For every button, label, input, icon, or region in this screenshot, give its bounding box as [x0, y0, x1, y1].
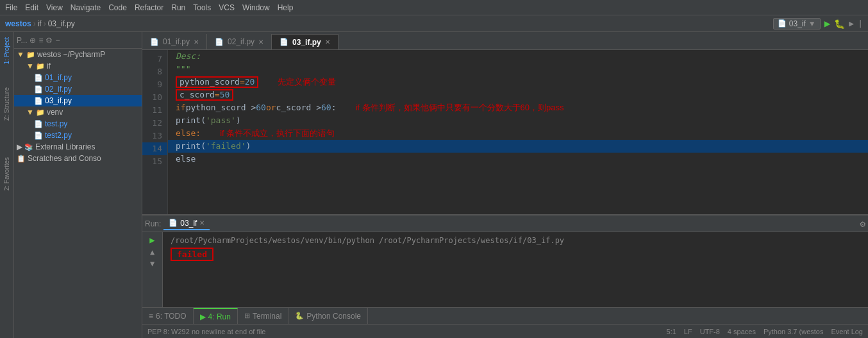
pep-warning: PEP 8: W292 no newline at end of file [147, 328, 265, 335]
menu-tools[interactable]: Tools [193, 3, 211, 12]
breadcrumb-file[interactable]: 03_if.py [48, 19, 75, 28]
run-tab-close[interactable]: ✕ [199, 219, 204, 226]
tree-item-if[interactable]: ▼ 📁 if [14, 60, 142, 72]
tab-close-02if[interactable]: ✕ [258, 38, 263, 46]
run-tab-03if[interactable]: 📄 03_if ✕ [163, 217, 210, 230]
menu-refactor[interactable]: Refactor [135, 3, 163, 12]
menu-vcs[interactable]: VCS [219, 3, 235, 12]
coverage-button[interactable]: ▶ [849, 19, 854, 28]
sidebar-tabs: 1: Project Z: Structure 2: Favorites [0, 32, 14, 338]
bottom-tab-run[interactable]: ▶ 4: Run [194, 308, 238, 325]
line-numbers: 7 8 9 10 11 12 13 14 15 [142, 50, 168, 214]
run-config-selector[interactable]: 📄 03_if ▼ [773, 18, 821, 30]
code-line-12: print( 'pass' ) [168, 114, 868, 127]
code-content[interactable]: Desc: """ python_scord = [168, 50, 868, 214]
tab-01if[interactable]: 📄 01_if.py ✕ [142, 34, 207, 49]
toolbar-pin[interactable]: P... [17, 36, 27, 45]
tree-item-02if[interactable]: 📄 02_if.py [14, 83, 142, 95]
breadcrumb-folder[interactable]: if [38, 19, 42, 28]
profile-button[interactable]: | [858, 19, 863, 28]
run-scroll-up[interactable]: ▲ [150, 248, 154, 257]
line-ending: LF [684, 328, 692, 335]
tree-item-testpy[interactable]: 📄 test.py [14, 118, 142, 130]
code-line-14: print( 'failed' ) [168, 140, 868, 153]
menu-run[interactable]: Run [171, 3, 185, 12]
menu-navigate[interactable]: Navigate [71, 3, 101, 12]
run-output-failed: failed [171, 248, 213, 261]
tab-close-03if[interactable]: ✕ [325, 38, 330, 46]
indent: 4 spaces [728, 328, 756, 335]
run-scroll-down[interactable]: ▼ [150, 259, 154, 268]
sidebar-tab-project[interactable]: 1: Project [2, 32, 12, 69]
code-editor: 7 8 9 10 11 12 13 14 15 D [142, 50, 868, 214]
encoding: UTF-8 [700, 328, 720, 335]
status-bar: PEP 8: W292 no newline at end of file 5:… [142, 324, 868, 338]
menu-window[interactable]: Window [242, 3, 270, 12]
cursor-position: 5:1 [667, 328, 676, 335]
project-toolbar: P... ⊕ ≡ ⚙ − [14, 32, 142, 49]
run-button[interactable]: ▶ [824, 17, 831, 30]
python-version: Python 3.7 (westos [764, 328, 824, 335]
project-panel: P... ⊕ ≡ ⚙ − ▼ 📁 westos ~/PycharmP ▼ 📁 i… [14, 32, 142, 338]
menu-view[interactable]: View [46, 3, 63, 12]
tree-item-test2py[interactable]: 📄 test2.py [14, 130, 142, 141]
editor-area: 📄 01_if.py ✕ 📄 02_if.py ✕ 📄 03_if.py ✕ [142, 32, 868, 338]
code-line-9: python_scord = 20 先定义俩个变量 [168, 76, 868, 89]
code-line-8: """ [168, 63, 868, 76]
run-label: Run: [145, 219, 161, 228]
sidebar-tab-structure[interactable]: Z: Structure [2, 82, 12, 126]
event-log[interactable]: Event Log [831, 328, 863, 335]
toolbar-sort[interactable]: ≡ [38, 36, 43, 45]
bottom-tab-todo[interactable]: ≡ 6: TODO [142, 308, 194, 325]
tree-item-scratches[interactable]: 📋 Scratches and Conso [14, 153, 142, 164]
menu-file[interactable]: File [5, 3, 17, 12]
tab-02if[interactable]: 📄 02_if.py ✕ [207, 34, 272, 49]
code-line-15: else [168, 153, 868, 165]
tree-item-03if[interactable]: 📄 03_if.py [14, 95, 142, 106]
breadcrumb-project[interactable]: westos [5, 19, 31, 28]
code-line-7: Desc: [168, 50, 868, 63]
run-play-btn[interactable]: ▶ [149, 235, 154, 245]
run-tab-bar: Run: 📄 03_if ✕ ⚙ [142, 215, 868, 232]
menu-help[interactable]: Help [278, 3, 294, 12]
menu-bar: File Edit View Navigate Code Refactor Ru… [0, 0, 868, 15]
bottom-panel: Run: 📄 03_if ✕ ⚙ ▶ ▲ [142, 214, 868, 307]
breadcrumb-sep1: › [33, 19, 36, 28]
toolbar-refresh[interactable]: ⊕ [29, 36, 36, 45]
code-line-10: c_scord = 50 [168, 89, 868, 101]
breadcrumb-bar: westos › if › 03_if.py 📄 03_if ▼ ▶ 🐛 ▶ | [0, 15, 868, 32]
toolbar-settings[interactable]: ⚙ [46, 36, 53, 45]
run-output: /root/PycharmProjects/westos/venv/bin/py… [163, 232, 868, 307]
run-settings-gear[interactable]: ⚙ [860, 219, 865, 229]
tab-03if[interactable]: 📄 03_if.py ✕ [272, 34, 338, 49]
project-tree: ▼ 📁 westos ~/PycharmP ▼ 📁 if 📄 01_if.py [14, 49, 142, 338]
run-content: ▶ ▲ ▼ /root/PycharmProjects/westos/venv/… [142, 232, 868, 307]
menu-edit[interactable]: Edit [25, 3, 38, 12]
menu-code[interactable]: Code [108, 3, 127, 12]
code-line-13: else: if 条件不成立，执行下面的语句 [168, 127, 868, 140]
bottom-tab-python-console[interactable]: 🐍 Python Console [288, 308, 368, 325]
bottom-tab-terminal[interactable]: ⊞ Terminal [238, 308, 288, 325]
tree-item-venv[interactable]: ▼ 📁 venv [14, 106, 142, 118]
code-line-11: if python_scord > 60 or c_scord > 60 : i… [168, 101, 868, 114]
tab-close-01if[interactable]: ✕ [194, 38, 199, 46]
run-command: /root/PycharmProjects/westos/venv/bin/py… [171, 236, 860, 245]
tree-item-extlibs[interactable]: ▶ 📚 External Libraries [14, 141, 142, 153]
tree-item-01if[interactable]: 📄 01_if.py [14, 72, 142, 83]
tab-bar: 📄 01_if.py ✕ 📄 02_if.py ✕ 📄 03_if.py ✕ [142, 32, 868, 50]
breadcrumb-sep2: › [44, 19, 46, 28]
toolbar-close[interactable]: − [55, 36, 60, 45]
tree-item-westos[interactable]: ▼ 📁 westos ~/PycharmP [14, 49, 142, 60]
sidebar-tab-favorites[interactable]: 2: Favorites [2, 152, 12, 196]
run-sidebar: ▶ ▲ ▼ [142, 232, 163, 307]
debug-button[interactable]: 🐛 [834, 19, 845, 29]
bottom-tabs-bar: ≡ 6: TODO ▶ 4: Run ⊞ Terminal 🐍 Python C… [142, 307, 868, 324]
